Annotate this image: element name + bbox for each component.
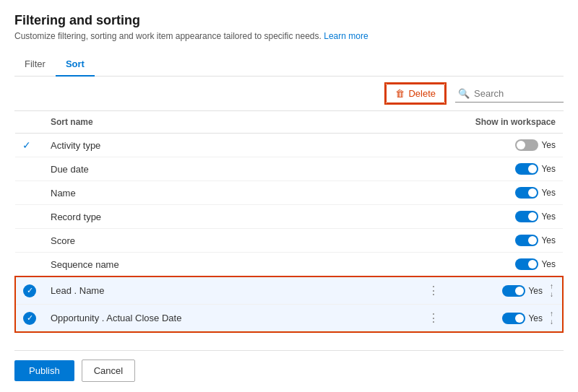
table-row: ScoreYes	[15, 229, 563, 253]
table-row: Due dateYes	[15, 157, 563, 181]
row-name-cell: Score	[43, 229, 420, 253]
row-dots-cell	[420, 134, 447, 157]
table-row: NameYes	[15, 181, 563, 205]
row-check-cell[interactable]	[15, 157, 43, 181]
table-row: ✓Opportunity . Actual Close Date⋮Yes↑↓	[15, 305, 563, 333]
tab-bar: Filter Sort	[14, 53, 564, 77]
col-dots	[420, 111, 447, 134]
sort-arrows: ↑↓	[548, 310, 555, 326]
sort-up-arrow[interactable]: ↑	[548, 283, 555, 290]
table-row: Record typeYes	[15, 205, 563, 229]
table-row: ✓Activity typeYes	[15, 134, 563, 157]
row-check-cell[interactable]: ✓	[15, 134, 43, 157]
sort-arrows: ↑↓	[548, 283, 555, 298]
toggle-label: Yes	[528, 313, 543, 323]
row-name-cell: Opportunity . Actual Close Date	[43, 305, 420, 333]
toolbar: 🗑 Delete 🔍	[14, 77, 564, 111]
toggle-switch[interactable]	[515, 187, 538, 199]
row-dots-cell	[420, 253, 447, 277]
row-check-cell[interactable]: ✓	[15, 305, 43, 333]
tab-filter[interactable]: Filter	[14, 53, 56, 77]
row-name-cell: Record type	[43, 205, 420, 229]
cancel-button[interactable]: Cancel	[82, 360, 135, 382]
sort-up-arrow[interactable]: ↑	[548, 310, 555, 318]
page-subtitle: Customize filtering, sorting and work it…	[14, 31, 564, 41]
action-bar: Publish Cancel	[14, 350, 564, 382]
row-check-cell[interactable]	[15, 181, 43, 205]
toggle-label: Yes	[541, 140, 556, 150]
row-workspace-cell: Yes↑↓	[447, 305, 563, 333]
search-box[interactable]: 🔍	[455, 85, 564, 103]
toggle-label: Yes	[541, 259, 556, 269]
more-options-icon[interactable]: ⋮	[428, 312, 440, 324]
toggle-switch[interactable]	[515, 258, 538, 270]
row-name-cell: Lead . Name	[43, 276, 420, 305]
row-name-cell: Due date	[43, 157, 420, 181]
row-dots-cell	[420, 157, 447, 181]
delete-label: Delete	[408, 88, 436, 99]
row-dots-cell[interactable]: ⋮	[420, 276, 447, 305]
checkbox-checked-icon: ✓	[23, 312, 36, 325]
toggle-switch[interactable]	[515, 235, 538, 246]
toggle-switch[interactable]	[502, 285, 525, 297]
row-dots-cell	[420, 181, 447, 205]
row-check-cell[interactable]	[15, 253, 43, 277]
toggle-switch[interactable]	[502, 313, 525, 324]
row-check-cell[interactable]	[15, 205, 43, 229]
checkmark-icon: ✓	[22, 139, 31, 151]
more-options-icon[interactable]: ⋮	[428, 284, 440, 297]
row-workspace-cell: Yes↑↓	[447, 276, 563, 305]
col-check	[15, 111, 43, 134]
sort-table: Sort name Show in workspace ✓Activity ty…	[14, 111, 564, 333]
sort-down-arrow[interactable]: ↓	[548, 318, 555, 326]
publish-button[interactable]: Publish	[14, 360, 74, 381]
table-row: Sequence nameYes	[15, 253, 563, 277]
toggle-switch[interactable]	[515, 139, 538, 151]
row-name-cell: Name	[43, 181, 420, 205]
col-workspace: Show in workspace	[447, 111, 563, 134]
toggle-switch[interactable]	[515, 211, 538, 222]
row-workspace-cell: Yes	[447, 205, 563, 229]
row-dots-cell	[420, 205, 447, 229]
search-icon: 🔍	[458, 88, 470, 99]
toggle-label: Yes	[541, 212, 556, 222]
toggle-label: Yes	[541, 164, 556, 174]
row-workspace-cell: Yes	[447, 229, 563, 253]
sort-down-arrow[interactable]: ↓	[548, 291, 555, 298]
row-check-cell[interactable]: ✓	[15, 276, 43, 305]
tab-sort[interactable]: Sort	[56, 53, 95, 77]
checkbox-checked-icon: ✓	[23, 284, 36, 297]
row-name-cell: Sequence name	[43, 253, 420, 277]
row-workspace-cell: Yes	[447, 134, 563, 157]
toggle-switch[interactable]	[515, 163, 538, 175]
row-workspace-cell: Yes	[447, 181, 563, 205]
toggle-label: Yes	[528, 286, 543, 296]
row-workspace-cell: Yes	[447, 253, 563, 277]
col-sort-name: Sort name	[43, 111, 420, 134]
learn-more-link[interactable]: Learn more	[324, 31, 368, 41]
row-check-cell[interactable]	[15, 229, 43, 253]
toggle-label: Yes	[541, 188, 556, 198]
row-name-cell: Activity type	[43, 134, 420, 157]
delete-button[interactable]: 🗑 Delete	[386, 84, 445, 103]
trash-icon: 🗑	[395, 88, 405, 99]
row-workspace-cell: Yes	[447, 157, 563, 181]
table-row: ✓Lead . Name⋮Yes↑↓	[15, 276, 563, 305]
page-title: Filtering and sorting	[14, 13, 564, 28]
row-dots-cell	[420, 229, 447, 253]
toggle-label: Yes	[541, 235, 556, 245]
row-dots-cell[interactable]: ⋮	[420, 305, 447, 333]
search-input[interactable]	[474, 88, 561, 99]
